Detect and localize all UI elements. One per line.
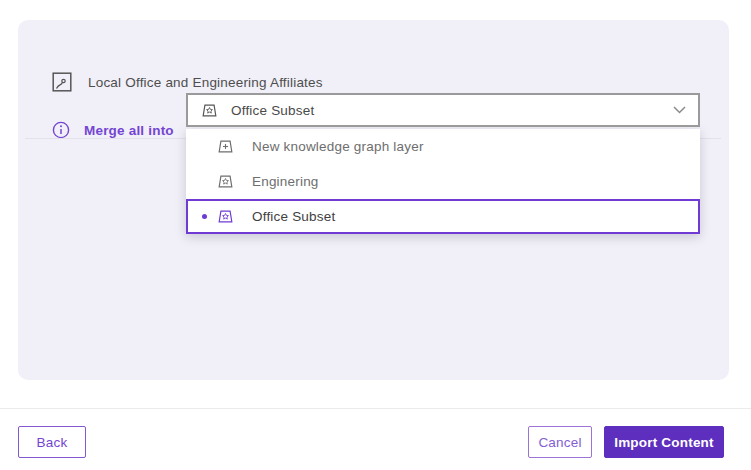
chevron-down-icon[interactable]: [673, 106, 686, 114]
cancel-button[interactable]: Cancel: [528, 426, 592, 458]
link-chart-icon: [52, 72, 72, 92]
menu-item-label: New knowledge graph layer: [252, 139, 424, 154]
merge-target-select[interactable]: Office Subset: [186, 93, 700, 127]
footer-divider: [0, 408, 751, 409]
merge-all-into-label: Merge all into: [84, 123, 174, 138]
kg-layer-icon: [216, 207, 235, 226]
merge-all-into-row: Merge all into: [52, 104, 174, 156]
import-content-button[interactable]: Import Content: [604, 426, 724, 458]
info-icon[interactable]: [52, 121, 70, 139]
merge-target-select-value: Office Subset: [231, 103, 314, 118]
back-button[interactable]: Back: [18, 426, 86, 458]
kg-layer-icon: [200, 101, 219, 120]
menu-item-office-subset-selected[interactable]: Office Subset: [186, 199, 700, 234]
menu-item-label: Enginering: [252, 174, 319, 189]
kg-layer-icon: [216, 172, 235, 191]
selected-bullet: [202, 214, 207, 219]
new-layer-icon: [216, 137, 235, 156]
menu-item-new-knowledge-graph-layer[interactable]: New knowledge graph layer: [186, 129, 700, 164]
source-layer-label: Local Office and Engineering Affiliates: [88, 75, 323, 90]
merge-target-dropdown-menu: New knowledge graph layer Enginering Off…: [186, 129, 700, 234]
menu-item-enginering[interactable]: Enginering: [186, 164, 700, 199]
menu-item-label: Office Subset: [252, 209, 335, 224]
